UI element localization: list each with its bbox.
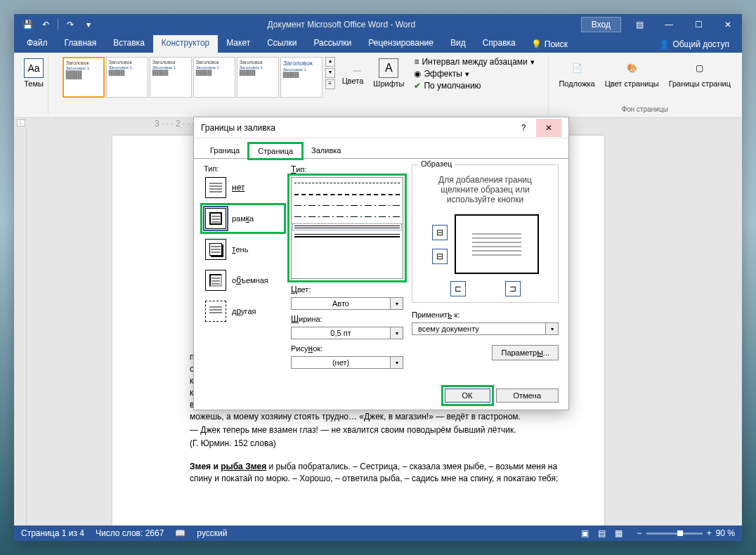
dialog-tab-page[interactable]: Страница xyxy=(249,143,302,159)
effects-button[interactable]: ◉Эффекты ▾ xyxy=(414,69,534,79)
zoom-value[interactable]: 90 % xyxy=(716,528,735,538)
tab-layout[interactable]: Макет xyxy=(218,35,259,53)
dialog-body: Тип: нет рамка тень объемная xyxy=(194,158,568,381)
style-item[interactable]: ЗаголовокЗаголовок 1████████████████ xyxy=(237,57,279,98)
style-item[interactable]: ЗаголовокЗаголовок 1████████████████ xyxy=(280,57,322,98)
style-gallery[interactable]: ЗаголовокЗаголовок 1████████████████████… xyxy=(63,57,322,98)
type-shadow-label: тень xyxy=(232,244,248,254)
cancel-button[interactable]: Отмена xyxy=(496,388,559,403)
borders-shading-dialog: Границы и заливка ? ✕ Граница Страница З… xyxy=(193,117,569,410)
status-language[interactable]: русский xyxy=(197,528,227,538)
type-custom[interactable]: другая xyxy=(204,299,282,323)
tab-references[interactable]: Ссылки xyxy=(259,35,305,53)
close-icon[interactable]: ✕ xyxy=(714,15,742,34)
style-item[interactable]: ЗаголовокЗаголовок 1████████████████████… xyxy=(63,57,105,98)
status-spellcheck-icon[interactable]: 📖 xyxy=(175,528,185,538)
dialog-tab-border[interactable]: Граница xyxy=(201,143,249,158)
type-none[interactable]: нет xyxy=(204,176,282,200)
gallery-down-icon[interactable]: ▾ xyxy=(325,68,335,78)
dropdown-icon[interactable]: ▾ xyxy=(546,322,559,335)
read-mode-icon[interactable]: ▣ xyxy=(578,528,592,539)
style-option[interactable] xyxy=(294,214,400,220)
save-icon[interactable]: 💾 xyxy=(21,18,34,31)
tell-me-search[interactable]: 💡 Поиск xyxy=(524,35,575,53)
width-label: Ширина: xyxy=(291,314,403,324)
style-option[interactable] xyxy=(294,181,400,186)
art-label: Рисунок: xyxy=(291,344,403,353)
vertical-ruler[interactable] xyxy=(14,129,27,525)
edge-top-button[interactable]: ⊟ xyxy=(432,225,448,240)
edge-left-button[interactable]: ⊏ xyxy=(450,281,466,296)
redo-icon[interactable]: ↷ xyxy=(64,18,77,31)
art-value: (нет) xyxy=(291,356,391,369)
group-themes: Aa Темы xyxy=(20,56,48,115)
qat-dropdown-icon[interactable]: ▾ xyxy=(82,18,95,31)
ok-button[interactable]: ОК xyxy=(445,388,490,403)
page-borders-button[interactable]: ▢ Границы страниц xyxy=(665,57,735,89)
gallery-up-icon[interactable]: ▴ xyxy=(325,57,335,67)
edge-right-button[interactable]: ⊐ xyxy=(505,281,521,296)
zoom-slider[interactable] xyxy=(646,533,703,535)
style-option[interactable] xyxy=(294,192,400,197)
dropdown-icon[interactable]: ▾ xyxy=(391,297,403,310)
fonts-icon: A xyxy=(379,58,398,78)
share-button[interactable]: 👤 Общий доступ xyxy=(651,35,738,53)
style-item[interactable]: ЗаголовокЗаголовок 1████████████████ xyxy=(193,57,235,98)
type-box[interactable]: рамка xyxy=(204,207,282,230)
undo-icon[interactable]: ↶ xyxy=(39,18,52,31)
tab-help[interactable]: Справка xyxy=(474,35,524,53)
style-item[interactable]: ЗаголовокЗаголовок 1████████████████ xyxy=(106,57,148,98)
status-page[interactable]: Страница 1 из 4 xyxy=(21,528,84,538)
page-color-button[interactable]: 🎨 Цвет страницы xyxy=(601,57,663,89)
web-layout-icon[interactable]: ▦ xyxy=(612,528,626,539)
style-listbox[interactable] xyxy=(291,177,403,279)
width-dropdown[interactable]: 0,5 пт ▾ xyxy=(291,327,403,339)
apply-dropdown[interactable]: всему документу ▾ xyxy=(412,322,559,335)
dialog-close-icon[interactable]: ✕ xyxy=(536,119,561,137)
type-shadow[interactable]: тень xyxy=(204,237,282,261)
ribbon-options-icon[interactable]: ▤ xyxy=(625,15,653,34)
zoom-out-icon[interactable]: − xyxy=(637,528,642,538)
parameters-button[interactable]: Параметры... xyxy=(492,345,559,360)
dropdown-icon[interactable]: ▾ xyxy=(391,327,403,339)
maximize-icon[interactable]: ☐ xyxy=(684,15,712,34)
effects-label: Эффекты xyxy=(424,69,462,79)
colors-button[interactable]: Цвета xyxy=(338,57,368,86)
set-default-button[interactable]: ✔По умолчанию xyxy=(414,81,534,91)
type-custom-icon xyxy=(205,301,226,322)
page-borders-icon: ▢ xyxy=(690,58,710,78)
themes-button[interactable]: Aa Темы xyxy=(21,57,46,89)
status-word-count[interactable]: Число слов: 2667 xyxy=(96,528,164,538)
tab-design[interactable]: Конструктор xyxy=(153,35,218,53)
tab-mailings[interactable]: Рассылки xyxy=(305,35,360,53)
type-3d-icon xyxy=(205,270,226,291)
dialog-tab-fill[interactable]: Заливка xyxy=(302,143,350,158)
tab-review[interactable]: Рецензирование xyxy=(360,35,442,53)
style-option[interactable] xyxy=(294,234,400,237)
dropdown-icon[interactable]: ▾ xyxy=(391,356,403,369)
paragraph-spacing-button[interactable]: ≡Интервал между абзацами ▾ xyxy=(414,57,534,67)
minimize-icon[interactable]: — xyxy=(655,15,683,34)
preview-document[interactable] xyxy=(455,214,539,274)
style-option[interactable] xyxy=(294,203,400,209)
fonts-button[interactable]: A Шрифты xyxy=(369,57,408,89)
edge-bottom-button[interactable]: ⊟ xyxy=(432,249,448,264)
tab-insert[interactable]: Вставка xyxy=(105,35,153,53)
tab-view[interactable]: Вид xyxy=(442,35,474,53)
tab-home[interactable]: Главная xyxy=(56,35,105,53)
color-dropdown[interactable]: Авто ▾ xyxy=(291,297,403,310)
watermark-label: Подложка xyxy=(559,79,594,88)
gallery-more-icon[interactable]: ≡ xyxy=(325,79,335,89)
preview-label: Образец xyxy=(418,159,455,168)
print-layout-icon[interactable]: ▤ xyxy=(595,528,609,539)
login-button[interactable]: Вход xyxy=(581,17,621,32)
watermark-button[interactable]: 📄 Подложка xyxy=(554,57,599,89)
type-3d[interactable]: объемная xyxy=(204,268,282,292)
style-option-selected[interactable] xyxy=(294,226,400,228)
art-dropdown[interactable]: (нет) ▾ xyxy=(291,356,403,369)
style-item[interactable]: ЗаголовокЗаголовок 1████████████████ xyxy=(150,57,192,98)
tab-file[interactable]: Файл xyxy=(18,35,56,53)
zoom-in-icon[interactable]: + xyxy=(707,528,712,538)
dialog-help-icon[interactable]: ? xyxy=(511,119,536,137)
group-doc-formatting: ЗаголовокЗаголовок 1████████████████████… xyxy=(53,56,549,115)
